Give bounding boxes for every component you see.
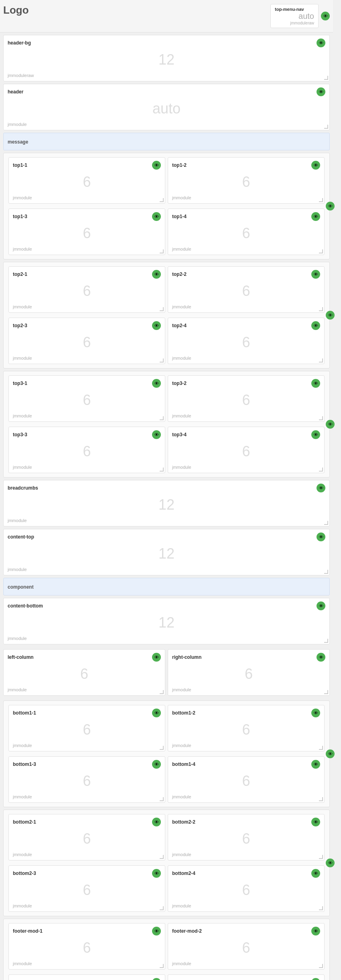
top3-2-eye[interactable] bbox=[311, 379, 320, 388]
bottom2-2-type: jmmodule bbox=[172, 852, 320, 857]
top1-4-eye[interactable] bbox=[311, 212, 320, 221]
top2-1-number: 6 bbox=[13, 279, 161, 304]
bottom1-1-eye[interactable] bbox=[152, 709, 161, 717]
bottom1-2-label: bottom1-2 bbox=[172, 710, 195, 716]
header-resize[interactable] bbox=[324, 125, 328, 129]
top1-3-header: top1-3 bbox=[13, 212, 161, 221]
bottom2-4-number: 6 bbox=[172, 878, 320, 903]
bottom1-1-resize[interactable] bbox=[160, 746, 164, 750]
content-top-eye[interactable] bbox=[317, 533, 325, 541]
top2-4-label: top2-4 bbox=[172, 323, 187, 328]
footer-mod-3-section: footer-mod-3 6 jmmodule bbox=[8, 974, 165, 980]
bottom2-2-eye[interactable] bbox=[311, 818, 320, 826]
top2-2-resize[interactable] bbox=[319, 307, 323, 311]
top2-3-eye[interactable] bbox=[152, 321, 161, 330]
bottom2-3-type: jmmodule bbox=[13, 903, 161, 908]
bottom1-2-resize[interactable] bbox=[319, 746, 323, 750]
bottom1-4-resize[interactable] bbox=[319, 797, 323, 801]
top3-1-eye[interactable] bbox=[152, 379, 161, 388]
top3-2-label: top3-2 bbox=[172, 381, 187, 386]
content-top-resize[interactable] bbox=[324, 570, 328, 574]
bottom1-2-eye[interactable] bbox=[311, 709, 320, 717]
header-bg-resize[interactable] bbox=[324, 76, 328, 80]
bottom2-3-resize[interactable] bbox=[160, 906, 164, 910]
content-bottom-section: content-bottom 12 jmmodule bbox=[3, 598, 330, 644]
top2-3-resize[interactable] bbox=[160, 358, 164, 362]
top1-3-resize[interactable] bbox=[160, 249, 164, 253]
top1-group: top1-1 6 jmmodule top1-2 6 jmmodule bbox=[0, 153, 333, 259]
bottom1-3-eye[interactable] bbox=[152, 760, 161, 769]
breadcrumbs-eye[interactable] bbox=[317, 484, 325, 492]
content-bottom-resize[interactable] bbox=[324, 639, 328, 643]
top1-3-eye[interactable] bbox=[152, 212, 161, 221]
left-column-header: left-column bbox=[8, 653, 161, 662]
footer-mod-3-eye[interactable] bbox=[152, 978, 161, 980]
top2-1-eye[interactable] bbox=[152, 270, 161, 279]
bottom1-3-number: 6 bbox=[13, 769, 161, 794]
message-area: message bbox=[3, 133, 330, 150]
bottom1-3-label: bottom1-3 bbox=[13, 761, 36, 767]
top3-1-label: top3-1 bbox=[13, 381, 27, 386]
footer-mod-4-section: footer-mod-4 6 jmmodule bbox=[168, 974, 325, 980]
top2-2-eye[interactable] bbox=[311, 270, 320, 279]
top-menu-nav-eye[interactable] bbox=[321, 12, 330, 20]
left-column-eye[interactable] bbox=[152, 653, 161, 662]
top2-group-eye[interactable] bbox=[326, 311, 335, 320]
top1-2-eye[interactable] bbox=[311, 161, 320, 170]
top1-1-number: 6 bbox=[13, 170, 161, 194]
bottom1-2-type: jmmodule bbox=[172, 743, 320, 748]
top2-4-resize[interactable] bbox=[319, 358, 323, 362]
bottom2-group-eye[interactable] bbox=[326, 859, 335, 867]
top1-group-eye[interactable] bbox=[326, 202, 335, 211]
top1-2-resize[interactable] bbox=[319, 198, 323, 202]
header-eye[interactable] bbox=[317, 87, 325, 96]
top3-3-resize[interactable] bbox=[160, 468, 164, 472]
top3-2-header: top3-2 bbox=[172, 379, 320, 388]
top3-1-resize[interactable] bbox=[160, 416, 164, 420]
top3-4-eye[interactable] bbox=[311, 430, 320, 439]
right-column-resize[interactable] bbox=[324, 690, 328, 694]
bottom2-1-resize[interactable] bbox=[160, 855, 164, 859]
bottom1-4-eye[interactable] bbox=[311, 760, 320, 769]
top1-1-resize[interactable] bbox=[160, 198, 164, 202]
top3-4-type: jmmodule bbox=[172, 465, 320, 470]
left-column-type: jmmodule bbox=[8, 687, 161, 692]
top1-1-eye[interactable] bbox=[152, 161, 161, 170]
bottom2-2-number: 6 bbox=[172, 826, 320, 851]
bottom2-4-resize[interactable] bbox=[319, 906, 323, 910]
content-bottom-eye[interactable] bbox=[317, 601, 325, 610]
top1-4-resize[interactable] bbox=[319, 249, 323, 253]
bottom2-4-eye[interactable] bbox=[311, 869, 320, 878]
header-bg-label: header-bg bbox=[8, 40, 31, 46]
footer-mod-1-resize[interactable] bbox=[160, 964, 164, 968]
top1-1-section: top1-1 6 jmmodule bbox=[8, 157, 165, 204]
content-top-type: jmmodule bbox=[8, 567, 325, 572]
bottom2-1-eye[interactable] bbox=[152, 818, 161, 826]
breadcrumbs-resize[interactable] bbox=[324, 521, 328, 525]
footer-mod-1-eye[interactable] bbox=[152, 927, 161, 935]
top3-group-eye[interactable] bbox=[326, 420, 335, 429]
top2-3-number: 6 bbox=[13, 330, 161, 355]
top3-4-section: top3-4 6 jmmodule bbox=[168, 427, 325, 473]
bottom1-3-resize[interactable] bbox=[160, 797, 164, 801]
header-bg-eye[interactable] bbox=[317, 38, 325, 47]
top3-3-header: top3-3 bbox=[13, 430, 161, 439]
header-bg-number: 12 bbox=[8, 47, 325, 72]
right-column-eye[interactable] bbox=[317, 653, 325, 662]
left-column-resize[interactable] bbox=[160, 690, 164, 694]
top2-4-eye[interactable] bbox=[311, 321, 320, 330]
top3-2-resize[interactable] bbox=[319, 416, 323, 420]
top2-1-resize[interactable] bbox=[160, 307, 164, 311]
bottom2-4-section: bottom2-4 6 jmmodule bbox=[168, 865, 325, 912]
bottom2-2-resize[interactable] bbox=[319, 855, 323, 859]
bottom1-4-number: 6 bbox=[172, 769, 320, 794]
footer-mod-4-eye[interactable] bbox=[311, 978, 320, 980]
footer-mod-2-eye[interactable] bbox=[311, 927, 320, 935]
top3-3-eye[interactable] bbox=[152, 430, 161, 439]
top3-4-resize[interactable] bbox=[319, 468, 323, 472]
breadcrumbs-number: 12 bbox=[8, 492, 325, 517]
logo: Logo bbox=[3, 4, 29, 16]
bottom1-group-eye[interactable] bbox=[326, 749, 335, 758]
bottom2-3-eye[interactable] bbox=[152, 869, 161, 878]
footer-mod-2-resize[interactable] bbox=[319, 964, 323, 968]
